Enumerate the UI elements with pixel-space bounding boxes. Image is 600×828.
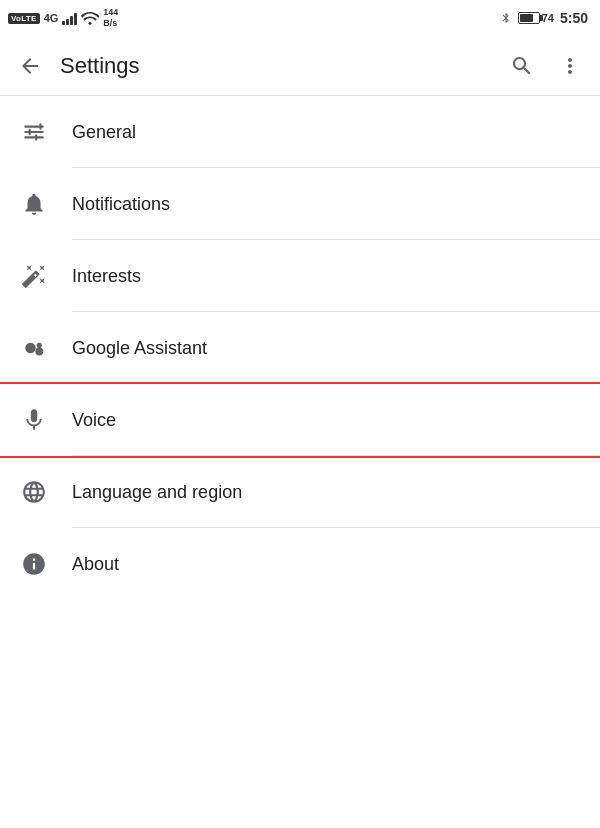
search-icon <box>510 54 534 78</box>
settings-item-notifications[interactable]: Notifications <box>0 168 600 240</box>
network-type: 4G <box>44 12 59 24</box>
settings-item-voice[interactable]: Voice <box>0 384 600 456</box>
mic-icon <box>20 406 48 434</box>
svg-rect-6 <box>39 123 41 129</box>
battery-container: 74 <box>518 12 554 24</box>
volte-badge: VoLTE <box>8 13 40 24</box>
svg-point-8 <box>35 348 43 356</box>
assistant-icon <box>20 334 48 362</box>
settings-item-google-assistant[interactable]: Google Assistant <box>0 312 600 384</box>
svg-rect-5 <box>29 129 31 136</box>
bell-icon <box>20 190 48 218</box>
sliders-icon <box>20 118 48 146</box>
interests-label: Interests <box>72 266 141 287</box>
svg-point-0 <box>89 22 92 25</box>
app-bar: Settings <box>0 36 600 96</box>
about-label: About <box>72 554 119 575</box>
svg-rect-4 <box>35 134 37 141</box>
google-assistant-label: Google Assistant <box>72 338 207 359</box>
status-bar: VoLTE 4G 144B/s 74 5:50 <box>0 0 600 36</box>
page-title: Settings <box>60 53 492 79</box>
settings-item-interests[interactable]: Interests <box>0 240 600 312</box>
bluetooth-icon <box>500 10 512 26</box>
svg-rect-1 <box>24 136 44 138</box>
settings-list: General Notifications Interests <box>0 96 600 600</box>
back-button[interactable] <box>16 52 44 80</box>
info-icon <box>20 550 48 578</box>
status-right: 74 5:50 <box>500 10 588 26</box>
language-region-label: Language and region <box>72 482 242 503</box>
settings-item-general[interactable]: General <box>0 96 600 168</box>
wand-icon <box>20 262 48 290</box>
voice-label: Voice <box>72 410 116 431</box>
wifi-icon <box>81 11 99 25</box>
notifications-label: Notifications <box>72 194 170 215</box>
status-left: VoLTE 4G 144B/s <box>8 7 118 29</box>
settings-item-about[interactable]: About <box>0 528 600 600</box>
battery-fill <box>520 14 533 22</box>
time-display: 5:50 <box>560 10 588 26</box>
svg-rect-2 <box>24 131 44 133</box>
back-arrow-icon <box>18 54 42 78</box>
svg-point-7 <box>25 343 36 354</box>
globe-icon <box>20 478 48 506</box>
settings-item-language-region[interactable]: Language and region <box>0 456 600 528</box>
svg-point-9 <box>37 343 42 348</box>
battery-percentage: 74 <box>542 12 554 24</box>
more-vert-icon <box>558 54 582 78</box>
more-options-button[interactable] <box>556 52 584 80</box>
battery-icon <box>518 12 540 24</box>
signal-bars <box>62 11 77 25</box>
speed-text: 144B/s <box>103 7 118 29</box>
general-label: General <box>72 122 136 143</box>
app-bar-icons <box>508 52 584 80</box>
search-button[interactable] <box>508 52 536 80</box>
